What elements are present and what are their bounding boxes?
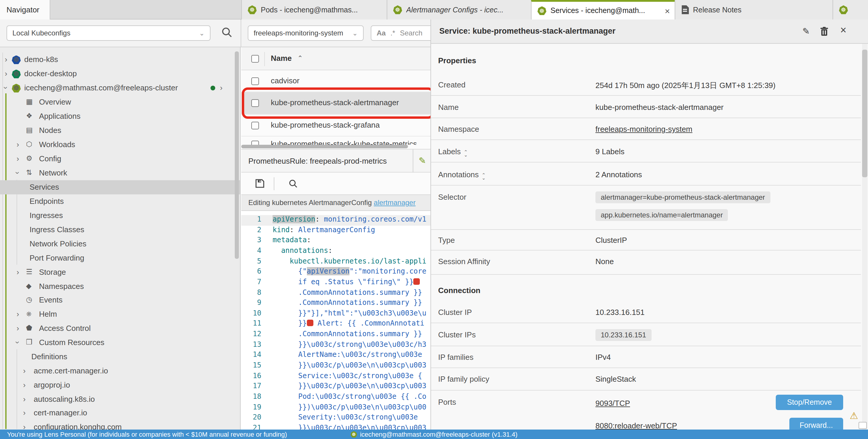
close-icon[interactable]: × xyxy=(840,24,846,37)
sidebar-scrollbar[interactable] xyxy=(235,52,239,259)
namespace-link[interactable]: freeleaps-monitoring-system xyxy=(595,125,692,134)
select-all-checkbox[interactable] xyxy=(251,55,259,63)
tab-alertmanager-configs[interactable]: ☸ Alertmanager Configs - icec... xyxy=(387,0,531,20)
sidebar-item-ingress-classes[interactable]: Ingress Classes xyxy=(0,223,241,237)
sidebar-item-acme-cert-manager-io[interactable]: › acme.cert-manager.io xyxy=(0,364,241,378)
sidebar-item-definitions[interactable]: Definitions xyxy=(0,350,241,364)
expand-collapse-icon[interactable]: ⌃⌄ xyxy=(482,174,486,180)
editor-search-icon[interactable] xyxy=(288,179,298,189)
table-header: Name ⌃ xyxy=(241,47,430,70)
storage-icon: ☰ xyxy=(26,268,33,276)
sidebar-item-access-control[interactable]: › ⬟ Access Control xyxy=(0,322,241,336)
port-link[interactable]: 9093/TCP xyxy=(595,399,630,408)
tab-pods[interactable]: ☸ Pods - icecheng@mathmas... xyxy=(241,0,387,20)
chevron-right-icon: › xyxy=(23,366,26,375)
sidebar-item-events[interactable]: ◷ Events xyxy=(0,293,241,307)
yaml-editor[interactable]: 1apiVersion: monitoring.coreos.com/v1 2k… xyxy=(241,211,430,430)
breadcrumb-text: Editing kubernetes AlertmanagerConfig xyxy=(248,199,374,207)
tab-release-notes[interactable]: Release Notes xyxy=(675,0,833,20)
sidebar-item-cert-manager-io[interactable]: › cert-manager.io xyxy=(0,406,241,420)
sidebar-item-argoproj-io[interactable]: › argoproj.io xyxy=(0,378,241,392)
drawer-row-selector: Selector alertmanager=kube-prometheus-st… xyxy=(431,185,861,230)
properties-heading: Properties xyxy=(438,56,476,65)
toolbar-row: Local Kubeconfigs ⌄ freeleaps-monitoring… xyxy=(0,20,430,47)
table-row-partial[interactable]: kube-prometheus-stack-kube-state-metrics xyxy=(241,136,430,145)
sidebar-item-namespaces[interactable]: ◆ Namespaces xyxy=(0,279,241,294)
close-tab-icon[interactable]: × xyxy=(664,6,670,15)
save-icon[interactable] xyxy=(255,179,264,188)
drawer-header: Service: kube-prometheus-stack-alertmana… xyxy=(431,20,868,44)
siren-emoji xyxy=(307,320,313,327)
sidebar-item-demo-k8s[interactable]: › ☸ demo-k8s xyxy=(0,53,241,67)
sidebar-item-overview[interactable]: ▦ Overview xyxy=(0,95,241,109)
port-link[interactable]: 8080:reloader-web/TCP xyxy=(595,421,677,430)
sidebar-item-storage[interactable]: › ☰ Storage xyxy=(0,265,241,279)
chevron-right-icon: › xyxy=(5,55,7,64)
row-checkbox[interactable] xyxy=(251,141,259,145)
network-arrows-icon: ⇅ xyxy=(26,168,32,177)
sidebar-item-endpoints[interactable]: Endpoints xyxy=(0,194,241,209)
sidebar-item-workloads[interactable]: › ⬡ Workloads xyxy=(0,138,241,152)
service-details-drawer: Service: kube-prometheus-stack-alertmana… xyxy=(430,20,868,430)
header-divider xyxy=(264,52,265,66)
sidebar-item-custom-resources[interactable]: › ❒ Custom Resources xyxy=(0,336,241,350)
kubernetes-icon: ☸ xyxy=(351,431,357,438)
sidebar-item-freeleaps-cluster[interactable]: › ☸ icecheng@mathmast.com@freeleaps-clus… xyxy=(0,81,241,95)
trash-icon[interactable] xyxy=(820,27,828,36)
sidebar-item-config[interactable]: › ⚙ Config xyxy=(0,152,241,166)
chevron-right-icon: › xyxy=(23,395,26,404)
kubernetes-icon: ☸ xyxy=(12,69,21,78)
active-cluster-label[interactable]: icecheng@mathmast.com@freeleaps-cluster … xyxy=(360,431,518,438)
drawer-row-labels: Labels⌃⌄ 9 Labels xyxy=(431,140,861,163)
stop-remove-button[interactable]: Stop/Remove xyxy=(776,395,843,410)
expand-collapse-icon[interactable]: ⌃⌄ xyxy=(464,151,468,157)
sidebar-item-docker-desktop[interactable]: › ☸ docker-desktop xyxy=(0,67,241,81)
sidebar-item-configuration-konghq-com[interactable]: › configuration.konghq.com xyxy=(0,420,241,430)
row-checkbox[interactable] xyxy=(251,122,259,129)
kubernetes-icon: ☸ xyxy=(537,6,546,15)
tab-services[interactable]: ☸ Services - icecheng@math... × xyxy=(531,0,675,20)
sort-asc-icon[interactable]: ⌃ xyxy=(298,54,303,62)
editor-header: PrometheusRule: freepeals-prod-metrics ✎ xyxy=(241,149,430,172)
column-name-header[interactable]: Name xyxy=(271,54,292,63)
regex-icon[interactable]: .* xyxy=(391,29,395,37)
chevron-right-icon: › xyxy=(17,310,19,318)
drawer-row-cluster-ips: Cluster IPs 10.233.16.151 xyxy=(431,323,861,346)
chevron-right-icon[interactable]: › xyxy=(220,83,223,92)
navigator-label: Navigator xyxy=(6,5,39,14)
notification-square xyxy=(859,422,867,429)
row-checkbox[interactable] xyxy=(251,77,259,85)
chevron-right-icon: › xyxy=(5,69,7,78)
chevron-right-icon: › xyxy=(17,140,19,149)
tab-bar: Navigator ☸ Pods - icecheng@mathmas... ☸… xyxy=(0,0,868,20)
sidebar-item-applications[interactable]: ❖ Applications xyxy=(0,109,241,124)
sidebar-item-nodes[interactable]: ▤ Nodes xyxy=(0,124,241,138)
namespace-select[interactable]: freeleaps-monitoring-system ⌄ xyxy=(248,25,364,41)
divider xyxy=(274,177,274,190)
drawer-row-cluster-ip: Cluster IP 10.233.16.151 xyxy=(431,301,861,323)
sidebar-item-network[interactable]: › ⇅ Network xyxy=(0,166,241,180)
kubernetes-icon: ☸ xyxy=(12,55,21,64)
warning-icon[interactable]: ⚠ xyxy=(850,410,858,421)
navigator-panel-tab[interactable]: Navigator xyxy=(0,0,50,20)
drawer-scrollbar[interactable] xyxy=(862,49,867,177)
sidebar-item-helm[interactable]: › ⎈ Helm xyxy=(0,307,241,322)
sidebar-item-autoscaling-k8s-io[interactable]: › autoscaling.k8s.io xyxy=(0,392,241,406)
sidebar-item-network-policies[interactable]: Network Policies xyxy=(0,237,241,251)
edit-pencil-icon[interactable]: ✎ xyxy=(802,26,810,37)
edit-pencil-icon[interactable]: ✎ xyxy=(418,156,426,166)
clock-icon: ◷ xyxy=(26,296,32,304)
sidebar-item-port-forwarding[interactable]: Port Forwarding xyxy=(0,251,241,265)
chevron-right-icon: › xyxy=(23,423,26,430)
kubeconfig-select[interactable]: Local Kubeconfigs ⌄ xyxy=(6,25,211,41)
match-case-icon[interactable]: Aa xyxy=(377,29,386,37)
breadcrumb-link[interactable]: alertmanager xyxy=(374,199,415,207)
horizontal-scrollbar[interactable] xyxy=(241,145,408,148)
tab-partial[interactable]: ☸ xyxy=(833,0,868,20)
navigator-sidebar: › ☸ demo-k8s › ☸ docker-desktop › ☸ icec… xyxy=(0,47,241,430)
sidebar-item-services[interactable]: Services xyxy=(0,180,241,194)
search-icon[interactable] xyxy=(221,27,233,38)
chevron-down-icon: › xyxy=(1,87,10,89)
sidebar-item-ingresses[interactable]: Ingresses xyxy=(0,209,241,223)
drawer-row-ip-families: IP families IPv4 xyxy=(431,346,861,368)
